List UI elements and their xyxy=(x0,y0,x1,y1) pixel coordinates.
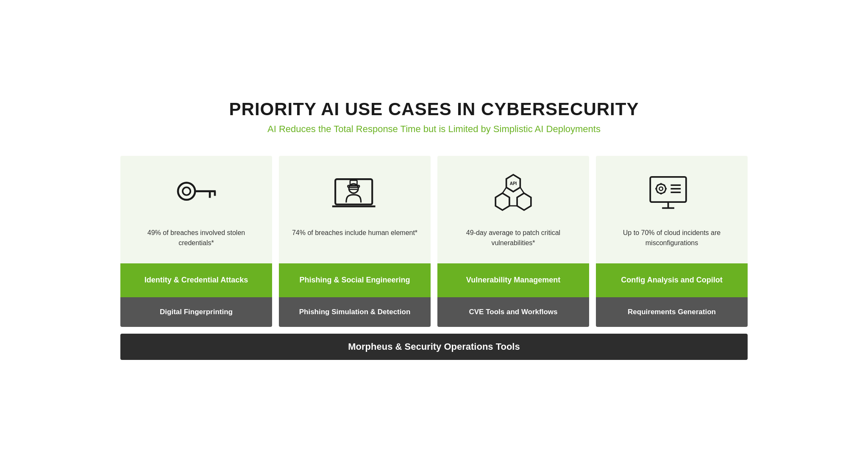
svg-point-0 xyxy=(178,182,195,199)
card-identity-top: 49% of breaches involved stolen credenti… xyxy=(120,156,272,263)
card-config-stat: Up to 70% of cloud incidents are misconf… xyxy=(606,228,737,253)
card-vulnerability-green-label: Vulnerability Management xyxy=(437,263,589,297)
card-phishing-top: 74% of breaches include human element* xyxy=(279,156,431,263)
card-phishing-green-label: Phishing & Social Engineering xyxy=(279,263,431,297)
cards-container: 49% of breaches involved stolen credenti… xyxy=(120,156,748,327)
page-subtitle: AI Reduces the Total Response Time but i… xyxy=(120,124,748,135)
card-identity: 49% of breaches involved stolen credenti… xyxy=(120,156,272,327)
key-icon xyxy=(173,169,220,219)
svg-line-27 xyxy=(657,185,658,186)
api-icon: API xyxy=(490,169,537,219)
card-vulnerability-stat: 49-day average to patch critical vulnera… xyxy=(448,228,579,253)
bottom-bar: Morpheus & Security Operations Tools xyxy=(120,334,748,360)
card-phishing-stat: 74% of breaches include human element* xyxy=(292,228,417,253)
svg-line-16 xyxy=(520,188,524,194)
card-identity-gray-label: Digital Fingerprinting xyxy=(120,297,272,327)
card-identity-stat: 49% of breaches involved stolen credenti… xyxy=(131,228,262,253)
card-vulnerability: API 49-day average to patch critical vul… xyxy=(437,156,589,327)
card-config-green-label: Config Analysis and Copilot xyxy=(596,263,748,297)
svg-line-15 xyxy=(503,188,506,194)
card-phishing: 74% of breaches include human element* P… xyxy=(279,156,431,327)
card-phishing-gray-label: Phishing Simulation & Detection xyxy=(279,297,431,327)
hacker-icon xyxy=(331,169,378,219)
page-container: PRIORITY AI USE CASES IN CYBERSECURITY A… xyxy=(95,82,773,377)
svg-marker-14 xyxy=(517,193,531,210)
svg-rect-5 xyxy=(335,179,372,205)
svg-line-30 xyxy=(657,192,658,193)
card-config-top: Up to 70% of cloud incidents are misconf… xyxy=(596,156,748,263)
card-config-gray-label: Requirements Generation xyxy=(596,297,748,327)
monitor-icon xyxy=(648,169,695,219)
page-title: PRIORITY AI USE CASES IN CYBERSECURITY xyxy=(120,99,748,119)
card-vulnerability-gray-label: CVE Tools and Workflows xyxy=(437,297,589,327)
svg-marker-13 xyxy=(495,193,509,210)
svg-text:API: API xyxy=(510,181,517,186)
card-identity-green-label: Identity & Credential Attacks xyxy=(120,263,272,297)
card-vulnerability-top: API 49-day average to patch critical vul… xyxy=(437,156,589,263)
svg-line-28 xyxy=(664,192,665,193)
svg-point-1 xyxy=(183,187,190,195)
card-config: Up to 70% of cloud incidents are misconf… xyxy=(596,156,748,327)
svg-point-22 xyxy=(659,187,662,191)
svg-line-29 xyxy=(664,185,665,186)
